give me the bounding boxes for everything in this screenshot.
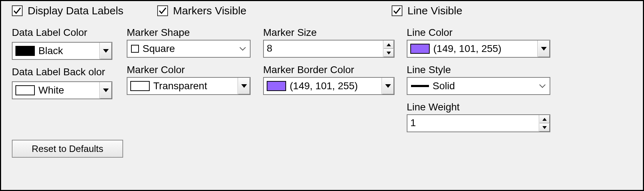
line-color-dropdown[interactable]: (149, 101, 255)	[407, 40, 550, 58]
line-weight-label: Line Weight	[407, 101, 636, 113]
data-label-color-label: Data Label Color	[12, 27, 127, 38]
chevron-down-icon	[382, 78, 394, 94]
chevron-down-icon	[238, 78, 250, 94]
chevron-down-icon	[535, 78, 550, 94]
marker-color-value: Transparent	[153, 80, 238, 92]
data-label-color-value: Black	[38, 45, 99, 57]
svg-marker-7	[542, 118, 547, 121]
line-weight-stepper[interactable]: 1	[407, 114, 550, 132]
line-weight-value: 1	[407, 115, 539, 132]
line-visible-checkbox[interactable]: Line Visible	[392, 5, 462, 17]
svg-marker-3	[387, 43, 391, 46]
chevron-down-icon	[235, 40, 250, 57]
display-data-labels-checkbox[interactable]: Display Data Labels	[12, 5, 123, 17]
spinner-buttons[interactable]	[383, 40, 394, 57]
svg-marker-1	[103, 89, 109, 92]
display-data-labels-label: Display Data Labels	[28, 5, 123, 17]
color-swatch-icon	[130, 81, 150, 91]
svg-marker-2	[241, 84, 247, 88]
color-swatch-icon	[410, 44, 430, 54]
chevron-down-icon	[99, 82, 112, 99]
markers-visible-label: Markers Visible	[173, 5, 247, 17]
marker-color-label: Marker Color	[127, 64, 263, 76]
spinner-up-icon[interactable]	[383, 40, 394, 49]
svg-marker-4	[387, 52, 391, 54]
checkmark-icon	[12, 5, 23, 16]
marker-shape-dropdown[interactable]: Square	[127, 40, 251, 58]
solid-line-icon	[411, 85, 429, 87]
spinner-down-icon[interactable]	[539, 123, 550, 132]
marker-shape-label: Marker Shape	[127, 27, 263, 38]
data-label-backcolor-label: Data Label Back olor	[12, 66, 127, 78]
spinner-buttons[interactable]	[539, 115, 550, 132]
marker-size-value: 8	[264, 40, 383, 57]
marker-border-color-value: (149, 101, 255)	[290, 80, 382, 92]
line-color-value: (149, 101, 255)	[433, 43, 537, 54]
chevron-down-icon	[537, 40, 550, 57]
data-label-backcolor-dropdown[interactable]: White	[12, 81, 112, 99]
marker-size-stepper[interactable]: 8	[263, 40, 395, 58]
svg-marker-5	[385, 84, 391, 88]
marker-border-color-label: Marker Border Color	[263, 64, 407, 76]
color-swatch-icon	[15, 85, 35, 95]
marker-size-column: Marker Size 8 Marker Border Color (149, …	[263, 26, 407, 186]
series-style-panel: Display Data Labels Markers Visible Line…	[0, 0, 644, 191]
line-visible-label: Line Visible	[407, 5, 462, 17]
svg-marker-6	[541, 47, 547, 51]
data-label-backcolor-value: White	[38, 85, 99, 96]
checkmark-icon	[392, 5, 402, 16]
data-label-color-dropdown[interactable]: Black	[12, 42, 112, 60]
line-style-value: Solid	[433, 80, 535, 92]
color-swatch-icon	[267, 81, 286, 91]
line-style-label: Line Style	[407, 64, 636, 76]
fields-grid: Data Label Color Black Data Label Back o…	[12, 26, 636, 186]
markers-visible-checkbox[interactable]: Markers Visible	[157, 5, 247, 17]
line-column: Line Color (149, 101, 255) Line Style So…	[407, 26, 636, 186]
line-style-dropdown[interactable]: Solid	[407, 77, 550, 95]
marker-shape-column: Marker Shape Square Marker Color Transpa…	[127, 26, 263, 186]
svg-marker-0	[103, 49, 109, 53]
line-color-label: Line Color	[407, 27, 636, 38]
chevron-down-icon	[99, 43, 112, 59]
data-label-column: Data Label Color Black Data Label Back o…	[12, 26, 127, 186]
color-swatch-icon	[15, 46, 35, 56]
square-shape-icon	[131, 45, 139, 53]
reset-to-defaults-button[interactable]: Reset to Defaults	[12, 140, 123, 158]
marker-border-color-dropdown[interactable]: (149, 101, 255)	[263, 77, 395, 95]
reset-button-label: Reset to Defaults	[32, 143, 103, 154]
checkmark-icon	[157, 5, 168, 16]
spinner-up-icon[interactable]	[539, 115, 550, 123]
marker-shape-value: Square	[143, 43, 235, 54]
spinner-down-icon[interactable]	[383, 49, 394, 57]
svg-marker-8	[542, 126, 547, 129]
marker-color-dropdown[interactable]: Transparent	[127, 77, 251, 95]
marker-size-label: Marker Size	[263, 27, 407, 38]
